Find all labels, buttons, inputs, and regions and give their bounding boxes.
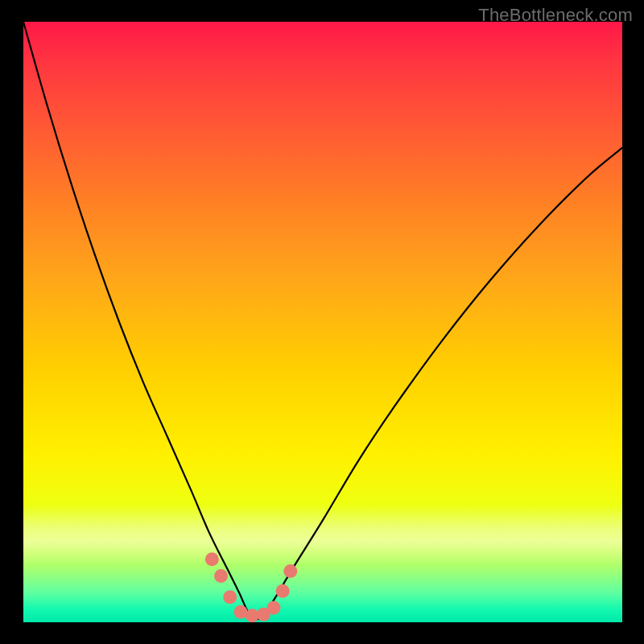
bottleneck-curve (23, 22, 622, 619)
marker-dot (276, 584, 290, 598)
marker-dot (283, 564, 297, 578)
marker-group (205, 552, 297, 622)
chart-container: TheBottleneck.com (0, 0, 644, 644)
curve-layer (23, 22, 622, 622)
marker-dot (266, 601, 280, 615)
marker-dot (223, 590, 237, 604)
plot-area (23, 22, 622, 622)
marker-dot (205, 552, 219, 566)
marker-dot (214, 569, 228, 583)
